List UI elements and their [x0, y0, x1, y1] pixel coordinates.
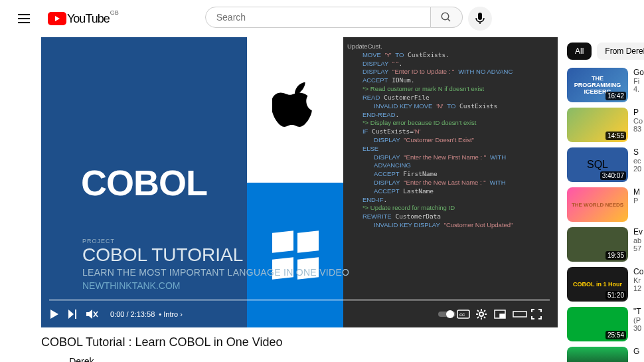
chapter-label[interactable]: • Intro › [159, 310, 183, 318]
code-snippet: UpdateCust. MOVE 'Y' TO CustExists. DISP… [343, 37, 558, 327]
settings-button[interactable] [475, 308, 494, 320]
svg-rect-16 [513, 312, 526, 317]
filter-all[interactable]: All [567, 43, 592, 60]
miniplayer-button[interactable] [494, 310, 513, 319]
gear-icon [475, 308, 487, 320]
svg-point-10 [446, 310, 454, 318]
rec-duration: 14:55 [605, 132, 626, 140]
recommendation-item[interactable]: COBOL in 1 Hour51:20CoKr12 [567, 267, 644, 302]
fullscreen-button[interactable] [531, 309, 550, 319]
rec-views: 83 [633, 125, 643, 133]
channel-name[interactable]: Derek Banas✓ [69, 356, 127, 362]
search-input[interactable] [205, 7, 431, 28]
rec-thumbnail: SQL3:40:07 [567, 147, 628, 182]
play-button[interactable] [49, 309, 68, 319]
logo-text: YouTube [67, 12, 110, 26]
recommendation-item[interactable]: SQL3:40:07Sec20 [567, 147, 644, 182]
filter-from-channel[interactable]: From Derek Banas [597, 43, 644, 60]
search-button[interactable] [431, 7, 463, 28]
recommendation-item[interactable]: 14:55PCo83 [567, 108, 644, 142]
rec-channel: P [633, 197, 640, 205]
rec-channel: Kr [633, 276, 643, 284]
rec-thumbnail: 14:55 [567, 108, 628, 142]
theater-icon [513, 310, 527, 319]
svg-rect-2 [478, 13, 482, 20]
rec-duration: 51:20 [605, 291, 626, 300]
rec-duration: 16:42 [605, 92, 626, 100]
rec-channel: Fi [633, 77, 644, 85]
svg-rect-5 [75, 310, 76, 319]
rec-channel: ab [633, 236, 643, 244]
fullscreen-icon [531, 309, 542, 319]
search-icon [440, 11, 452, 23]
recommendation-item[interactable]: THE PROGRAMMING ICEBERG16:42GoFi4. [567, 68, 644, 102]
autoplay-icon [438, 310, 455, 319]
youtube-logo[interactable]: YouTube GB [48, 12, 110, 26]
rec-title: Co [633, 267, 643, 276]
rec-duration: 25:54 [605, 331, 626, 339]
rec-duration: 3:40:07 [600, 171, 626, 180]
svg-marker-4 [68, 310, 74, 319]
rec-title: Ev [633, 227, 643, 236]
svg-marker-3 [50, 310, 58, 319]
recommendation-item[interactable]: 25:54"T(P30 [567, 307, 644, 341]
youtube-play-icon [48, 12, 66, 25]
rec-title: P [633, 108, 643, 117]
rec-title: "T [633, 307, 641, 316]
apple-icon [272, 82, 319, 137]
overlay-project: PROJECT [82, 238, 349, 244]
rec-channel: (P [633, 316, 641, 324]
recommendation-item[interactable]: 19:35Evab57 [567, 227, 644, 262]
rec-thumbnail: 19:35 [567, 227, 628, 262]
svg-point-0 [442, 13, 449, 20]
play-icon [49, 309, 60, 319]
rec-thumbnail: COBOL in 1 Hour51:20 [567, 267, 628, 302]
recommendation-item[interactable]: G [567, 347, 644, 362]
miniplayer-icon [494, 310, 506, 319]
autoplay-toggle[interactable] [438, 310, 457, 319]
mic-icon [475, 13, 485, 25]
rec-views: 12 [633, 284, 643, 292]
rec-channel: Co [633, 117, 643, 125]
rec-title: S [633, 147, 641, 157]
rec-views: 57 [633, 244, 643, 252]
rec-duration: 19:35 [605, 251, 626, 260]
video-player[interactable]: COBOL UpdateCust. MOVE 'Y' TO CustExists… [41, 37, 558, 327]
rec-thumbnail: THE PROGRAMMING ICEBERG16:42 [567, 68, 628, 102]
menu-button[interactable] [11, 5, 37, 32]
captions-icon: cc [457, 310, 470, 319]
svg-marker-6 [86, 310, 92, 319]
hamburger-icon [18, 18, 30, 19]
rec-title: G [633, 347, 639, 356]
theater-button[interactable] [513, 310, 531, 319]
svg-rect-15 [500, 314, 505, 317]
overlay-url: NEWTHINKTANK.COM [82, 280, 349, 291]
rec-thumbnail: 25:54 [567, 307, 628, 341]
time-display: 0:00 / 2:13:58 [110, 310, 155, 318]
rec-views: 20 [633, 165, 641, 173]
recommendation-item[interactable]: THE WORLD NEEDSMP [567, 187, 644, 222]
thumb-big-text: COBOL [81, 162, 207, 203]
volume-muted-icon [86, 309, 98, 319]
rec-title: Go [633, 68, 644, 77]
captions-button[interactable]: cc [457, 310, 475, 319]
svg-line-1 [447, 19, 450, 21]
rec-thumbnail [567, 347, 628, 362]
rec-views: 30 [633, 324, 641, 332]
overlay-subtitle: LEARN THE MOST IMPORTANT LANGUAGE IN ONE… [82, 267, 349, 278]
rec-title: M [633, 187, 640, 197]
voice-search-button[interactable] [468, 7, 492, 31]
next-icon [68, 309, 78, 319]
region-code: GB [110, 9, 119, 16]
mute-button[interactable] [86, 309, 105, 319]
svg-text:cc: cc [459, 312, 465, 317]
rec-channel: ec [633, 157, 641, 165]
video-title: COBOL Tutorial : Learn COBOL in One Vide… [41, 335, 558, 349]
next-button[interactable] [68, 309, 86, 319]
rec-views: 4. [633, 85, 644, 93]
overlay-title: COBOL TUTORIAL [82, 244, 349, 266]
rec-thumbnail: THE WORLD NEEDS [567, 187, 628, 222]
svg-point-13 [479, 312, 483, 316]
